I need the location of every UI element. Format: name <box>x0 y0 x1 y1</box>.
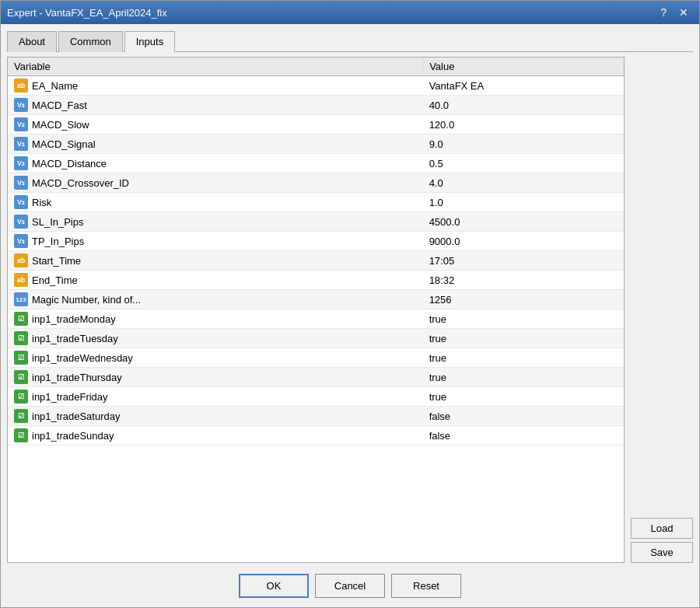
table-row[interactable]: 123Magic Number, kind of...1256 <box>8 290 624 309</box>
variable-cell: V₂MACD_Signal <box>8 135 423 154</box>
side-panel: Load Save <box>631 57 693 563</box>
inputs-table-container[interactable]: Variable Value abEA_NameVantaFX EAV₂MACD… <box>7 57 625 563</box>
help-button[interactable]: ? <box>656 5 671 19</box>
close-button[interactable]: ✕ <box>674 5 693 19</box>
variable-name: inp1_tradeSaturday <box>32 411 120 422</box>
inputs-table: Variable Value abEA_NameVantaFX EAV₂MACD… <box>8 58 624 446</box>
variable-name: MACD_Signal <box>32 138 96 150</box>
type-icon: 123 <box>14 292 28 306</box>
table-row[interactable]: V₂MACD_Slow120.0 <box>8 115 624 135</box>
main-window: Expert - VantaFX_EA_April2024_fix ? ✕ Ab… <box>0 0 700 608</box>
type-icon: V₂ <box>14 215 28 229</box>
type-icon: ab <box>14 273 28 287</box>
variable-name: inp1_tradeWednesday <box>32 352 133 364</box>
load-button[interactable]: Load <box>631 518 693 539</box>
value-cell: 18:32 <box>423 271 624 290</box>
variable-name: Start_Time <box>32 255 81 267</box>
main-area: Variable Value abEA_NameVantaFX EAV₂MACD… <box>7 57 693 563</box>
variable-cell: ☑inp1_tradeSunday <box>8 426 423 446</box>
type-icon: V₂ <box>14 195 28 209</box>
type-icon: ☑ <box>14 428 28 442</box>
value-cell: true <box>423 348 624 368</box>
table-row[interactable]: V₂SL_In_Pips4500.0 <box>8 212 624 232</box>
table-row[interactable]: V₂MACD_Fast40.0 <box>8 96 624 115</box>
cancel-button[interactable]: Cancel <box>315 574 385 598</box>
type-icon: ab <box>14 253 28 267</box>
value-cell: VantaFX EA <box>423 76 624 96</box>
type-icon: V₂ <box>14 176 28 190</box>
footer-buttons: OK Cancel Reset <box>7 568 693 601</box>
table-row[interactable]: ☑inp1_tradeThursdaytrue <box>8 368 624 387</box>
col-variable: Variable <box>8 58 423 76</box>
variable-cell: V₂MACD_Slow <box>8 115 423 135</box>
variable-cell: ☑inp1_tradeThursday <box>8 368 423 387</box>
table-row[interactable]: V₂MACD_Distance0.5 <box>8 154 624 173</box>
variable-name: MACD_Distance <box>32 158 107 169</box>
save-button[interactable]: Save <box>631 542 693 563</box>
value-cell: 1256 <box>423 290 624 309</box>
table-row[interactable]: V₂MACD_Signal9.0 <box>8 135 624 154</box>
variable-name: MACD_Slow <box>32 119 89 131</box>
variable-cell: V₂MACD_Distance <box>8 154 423 173</box>
ok-button[interactable]: OK <box>239 574 309 598</box>
variable-name: MACD_Crossover_ID <box>32 177 129 189</box>
table-wrapper: Variable Value abEA_NameVantaFX EAV₂MACD… <box>7 57 625 563</box>
value-cell: true <box>423 387 624 407</box>
title-controls: ? ✕ <box>656 5 693 19</box>
table-row[interactable]: ☑inp1_tradeTuesdaytrue <box>8 329 624 348</box>
variable-name: SL_In_Pips <box>32 216 84 228</box>
variable-cell: abEnd_Time <box>8 271 423 290</box>
type-icon: V₂ <box>14 234 28 248</box>
table-row[interactable]: V₂MACD_Crossover_ID4.0 <box>8 173 624 193</box>
variable-name: MACD_Fast <box>32 100 87 111</box>
tab-inputs[interactable]: Inputs <box>124 31 175 52</box>
type-icon: V₂ <box>14 98 28 112</box>
variable-cell: V₂MACD_Fast <box>8 96 423 115</box>
table-row[interactable]: V₂TP_In_Pips9000.0 <box>8 232 624 251</box>
type-icon: ☑ <box>14 409 28 423</box>
variable-name: inp1_tradeTuesday <box>32 333 118 344</box>
type-icon: ☑ <box>14 370 28 384</box>
table-row[interactable]: ☑inp1_tradeFridaytrue <box>8 387 624 407</box>
table-row[interactable]: ☑inp1_tradeWednesdaytrue <box>8 348 624 368</box>
tab-about[interactable]: About <box>7 31 57 52</box>
type-icon: V₂ <box>14 117 28 131</box>
value-cell: true <box>423 309 624 329</box>
type-icon: ab <box>14 79 28 93</box>
variable-cell: ☑inp1_tradeSaturday <box>8 407 423 426</box>
value-cell: 9.0 <box>423 135 624 154</box>
variable-name: inp1_tradeFriday <box>32 391 108 403</box>
tab-common[interactable]: Common <box>58 31 123 52</box>
value-cell: 4.0 <box>423 173 624 193</box>
value-cell: true <box>423 368 624 387</box>
variable-cell: 123Magic Number, kind of... <box>8 290 423 309</box>
variable-name: EA_Name <box>32 80 78 92</box>
variable-cell: ☑inp1_tradeFriday <box>8 387 423 407</box>
type-icon: ☑ <box>14 390 28 404</box>
variable-name: inp1_tradeSunday <box>32 430 114 442</box>
variable-name: TP_In_Pips <box>32 236 84 247</box>
value-cell: 17:05 <box>423 251 624 271</box>
table-row[interactable]: ☑inp1_tradeMondaytrue <box>8 309 624 329</box>
variable-cell: V₂SL_In_Pips <box>8 212 423 232</box>
table-row[interactable]: ☑inp1_tradeSaturdayfalse <box>8 407 624 426</box>
type-icon: V₂ <box>14 156 28 170</box>
value-cell: true <box>423 329 624 348</box>
window-title: Expert - VantaFX_EA_April2024_fix <box>7 7 167 19</box>
table-row[interactable]: abEA_NameVantaFX EA <box>8 76 624 96</box>
value-cell: 40.0 <box>423 96 624 115</box>
table-row[interactable]: abEnd_Time18:32 <box>8 271 624 290</box>
value-cell: false <box>423 407 624 426</box>
variable-name: End_Time <box>32 274 78 286</box>
reset-button[interactable]: Reset <box>391 574 461 598</box>
value-cell: 4500.0 <box>423 212 624 232</box>
variable-name: inp1_tradeMonday <box>32 313 116 325</box>
variable-cell: V₂MACD_Crossover_ID <box>8 173 423 193</box>
table-row[interactable]: V₂Risk1.0 <box>8 193 624 212</box>
variable-cell: abEA_Name <box>8 76 423 96</box>
table-row[interactable]: ☑inp1_tradeSundayfalse <box>8 426 624 446</box>
content-area: About Common Inputs Variable Value <box>1 24 699 607</box>
variable-name: Magic Number, kind of... <box>32 294 141 306</box>
tab-bar: About Common Inputs <box>7 30 693 52</box>
table-row[interactable]: abStart_Time17:05 <box>8 251 624 271</box>
